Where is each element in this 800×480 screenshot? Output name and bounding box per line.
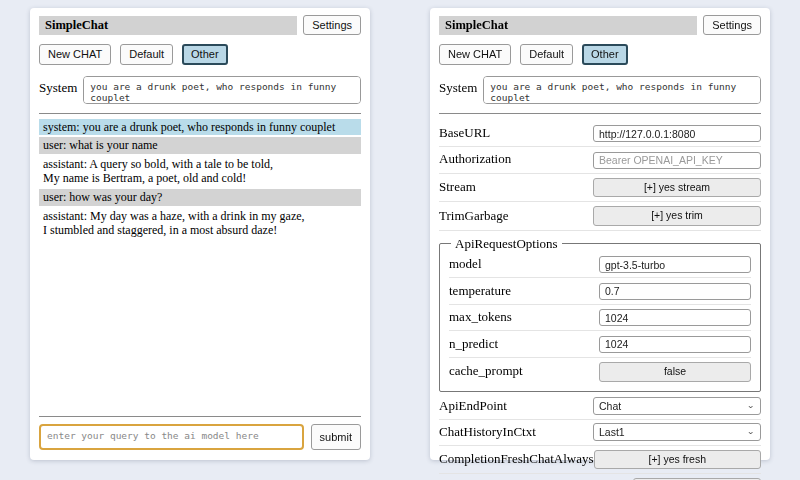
- model-input[interactable]: [599, 256, 751, 273]
- query-input[interactable]: [39, 424, 304, 450]
- chat-message-assistant: assistant: A query so bold, with a tale …: [39, 156, 361, 187]
- chat-message-list: system: you are a drunk poet, who respon…: [39, 119, 361, 241]
- session-tab-other[interactable]: Other: [582, 44, 628, 64]
- completionfreshchatalways-toggle-button[interactable]: [+] yes fresh: [594, 450, 761, 470]
- setting-row-apiendpoint: ApiEndPoint Chat ⌄: [439, 394, 761, 420]
- trimgarbage-label: TrimGarbage: [439, 208, 593, 224]
- divider: [39, 113, 361, 114]
- baseurl-input[interactable]: [593, 125, 761, 142]
- completionfreshchatalways-label: CompletionFreshChatAlways: [439, 451, 594, 467]
- cache-prompt-toggle-button[interactable]: false: [599, 362, 751, 382]
- apiendpoint-select[interactable]: Chat ⌄: [593, 397, 761, 415]
- setting-row-authorization: Authorization: [439, 147, 761, 174]
- chat-panel: SimpleChat Settings New CHAT Default Oth…: [30, 8, 370, 460]
- n-predict-label: n_predict: [449, 336, 599, 352]
- temperature-input[interactable]: [599, 283, 751, 300]
- chat-message-assistant: assistant: My day was a haze, with a dri…: [39, 208, 361, 239]
- apiendpoint-selected-value: Chat: [599, 400, 621, 412]
- setting-row-completioninsertstandardroleprefix: CompletionInsertStandardRolePrefix [-] d…: [439, 474, 761, 480]
- max-tokens-input[interactable]: [599, 309, 751, 326]
- setting-row-trimgarbage: TrimGarbage [+] yes trim: [439, 202, 761, 231]
- query-row: submit: [39, 424, 361, 450]
- header: SimpleChat Settings: [39, 15, 361, 35]
- system-prompt-row: System you are a drunk poet, who respond…: [39, 76, 361, 104]
- setting-row-chathistoryinctxt: ChatHistoryInCtxt Last1 ⌄: [439, 420, 761, 446]
- max-tokens-label: max_tokens: [449, 309, 599, 325]
- chat-message-system: system: you are a drunk poet, who respon…: [39, 119, 361, 136]
- chathistoryinctxt-select[interactable]: Last1 ⌄: [593, 423, 761, 441]
- settings-button[interactable]: Settings: [703, 15, 761, 35]
- submit-button[interactable]: submit: [311, 424, 361, 450]
- n-predict-input[interactable]: [599, 336, 751, 353]
- app-title: SimpleChat: [39, 16, 297, 35]
- chathistoryinctxt-label: ChatHistoryInCtxt: [439, 424, 593, 440]
- session-tab-default[interactable]: Default: [520, 44, 573, 64]
- chat-message-user: user: how was your day?: [39, 189, 361, 206]
- setting-row-temperature: temperature: [449, 278, 751, 305]
- new-chat-button[interactable]: New CHAT: [439, 44, 511, 64]
- api-request-options-legend: ApiRequestOptions: [451, 236, 562, 252]
- chat-empty-space: [39, 241, 361, 407]
- apiendpoint-label: ApiEndPoint: [439, 398, 593, 414]
- api-request-options-group: ApiRequestOptions model temperature max_…: [439, 236, 761, 392]
- divider: [39, 416, 361, 417]
- system-prompt-input[interactable]: you are a drunk poet, who responds in fu…: [83, 76, 361, 104]
- session-toolbar: New CHAT Default Other: [39, 44, 361, 64]
- stream-label: Stream: [439, 179, 593, 195]
- session-tab-default[interactable]: Default: [120, 44, 173, 64]
- session-tab-other[interactable]: Other: [182, 44, 228, 64]
- setting-row-n-predict: n_predict: [449, 331, 751, 358]
- settings-list: BaseURL Authorization Stream [+] yes str…: [439, 121, 761, 480]
- setting-row-stream: Stream [+] yes stream: [439, 174, 761, 203]
- system-label: System: [439, 76, 477, 96]
- chathistoryinctxt-selected-value: Last1: [599, 426, 625, 438]
- settings-button[interactable]: Settings: [303, 15, 361, 35]
- trimgarbage-toggle-button[interactable]: [+] yes trim: [593, 206, 761, 226]
- new-chat-button[interactable]: New CHAT: [39, 44, 111, 64]
- divider: [439, 113, 761, 114]
- app-title: SimpleChat: [439, 16, 697, 35]
- setting-row-cache-prompt: cache_prompt false: [449, 358, 751, 386]
- cache-prompt-label: cache_prompt: [449, 363, 599, 379]
- chevron-down-icon: ⌄: [747, 427, 755, 436]
- chevron-down-icon: ⌄: [747, 401, 755, 410]
- system-prompt-row: System you are a drunk poet, who respond…: [439, 76, 761, 104]
- chat-message-user: user: what is your name: [39, 137, 361, 154]
- model-label: model: [449, 256, 599, 272]
- setting-row-model: model: [449, 252, 751, 279]
- setting-row-max-tokens: max_tokens: [449, 305, 751, 332]
- settings-panel: SimpleChat Settings New CHAT Default Oth…: [430, 8, 770, 460]
- setting-row-completionfreshchatalways: CompletionFreshChatAlways [+] yes fresh: [439, 446, 761, 475]
- page: SimpleChat Settings New CHAT Default Oth…: [0, 0, 800, 480]
- header: SimpleChat Settings: [439, 15, 761, 35]
- authorization-label: Authorization: [439, 151, 593, 167]
- session-toolbar: New CHAT Default Other: [439, 44, 761, 64]
- system-label: System: [39, 76, 77, 96]
- stream-toggle-button[interactable]: [+] yes stream: [593, 178, 761, 198]
- baseurl-label: BaseURL: [439, 125, 593, 141]
- setting-row-baseurl: BaseURL: [439, 121, 761, 148]
- temperature-label: temperature: [449, 283, 599, 299]
- authorization-input[interactable]: [593, 152, 761, 169]
- system-prompt-input[interactable]: you are a drunk poet, who responds in fu…: [483, 76, 761, 104]
